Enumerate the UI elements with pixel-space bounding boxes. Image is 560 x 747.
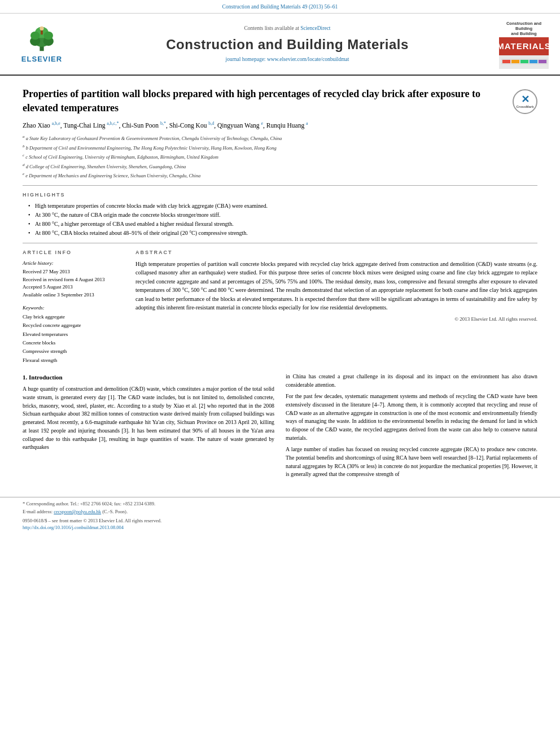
journal-homepage: journal homepage: www.elsevier.com/locat… bbox=[81, 56, 493, 63]
journal-reference-bar: Construction and Building Materials 49 (… bbox=[0, 0, 560, 14]
journal-header-center: Contents lists available at ScienceDirec… bbox=[76, 25, 499, 63]
copyright-line: © 2013 Elsevier Ltd. All rights reserved… bbox=[135, 316, 537, 323]
divider-2 bbox=[23, 243, 537, 243]
journal-header: ELSEVIER Contents lists available at Sci… bbox=[0, 14, 560, 76]
footer-issn: 0950-0618/$ – see front matter © 2013 El… bbox=[23, 518, 537, 531]
received-date: Received 27 May 2013 bbox=[23, 268, 124, 276]
abstract-label: ABSTRACT bbox=[135, 249, 537, 256]
keyword-1: Clay brick aggregate bbox=[23, 313, 124, 321]
accepted-date: Accepted 5 August 2013 bbox=[23, 283, 124, 291]
intro-col-left: 1. Introduction A huge quantity of const… bbox=[23, 373, 274, 482]
keyword-4: Concrete blocks bbox=[23, 339, 124, 347]
keywords-label: Keywords: bbox=[23, 304, 124, 312]
keyword-6: Flexural strength bbox=[23, 356, 124, 365]
cbm-logo: Construction and Building and Building M… bbox=[499, 19, 549, 69]
crossmark-label: CrossMark bbox=[516, 104, 533, 109]
intro-col-right: in China has created a great challenge i… bbox=[286, 373, 537, 482]
section-1-heading: 1. Introduction bbox=[23, 373, 274, 382]
affiliation-c: c c School of Civil Engineering, Univers… bbox=[23, 152, 537, 161]
svg-rect-13 bbox=[530, 60, 537, 63]
abstract-col: ABSTRACT High temperature properties of … bbox=[135, 249, 537, 365]
history-label: Article history: bbox=[23, 260, 124, 267]
affiliation-b: b b Department of Civil and Environmenta… bbox=[23, 143, 537, 152]
section-title: Introduction bbox=[29, 374, 63, 381]
footer-email: E-mail address: cecspoon@polyu.edu.hk (C… bbox=[23, 509, 537, 516]
homepage-url: www.elsevier.com/locate/conbuildmat bbox=[267, 56, 349, 62]
divider-1 bbox=[23, 185, 537, 186]
svg-point-7 bbox=[40, 26, 43, 30]
svg-rect-12 bbox=[520, 60, 528, 63]
available-date: Available online 3 September 2013 bbox=[23, 291, 124, 299]
highlight-item-4: At 800 °C, CBA blocks retained about 48–… bbox=[28, 229, 537, 237]
article-info-abstract-cols: ARTICLE INFO Article history: Received 2… bbox=[23, 249, 537, 365]
cbm-logo-materials: MATERIALS bbox=[499, 41, 549, 51]
svg-point-5 bbox=[30, 31, 40, 40]
svg-rect-11 bbox=[511, 60, 519, 63]
svg-point-6 bbox=[44, 31, 53, 40]
highlights-label: HIGHLIGHTS bbox=[23, 191, 537, 199]
intro-para-2: in China has created a great challenge i… bbox=[286, 373, 537, 389]
article-history: Article history: Received 27 May 2013 Re… bbox=[23, 260, 124, 299]
article-info-col: ARTICLE INFO Article history: Received 2… bbox=[23, 249, 124, 365]
intro-para-3: For the past few decades, systematic man… bbox=[286, 392, 537, 442]
cbm-logo-bottom-text: and Building bbox=[501, 31, 546, 36]
revised-date: Received in revised form 4 August 2013 bbox=[23, 276, 124, 283]
crossmark-icon: ✕ CrossMark bbox=[513, 89, 537, 114]
cbm-logo-top-text: Construction and Building bbox=[501, 21, 546, 31]
section-number: 1. bbox=[23, 374, 27, 381]
affiliation-d: d d College of Civil Engineering, Shenzh… bbox=[23, 162, 537, 171]
svg-rect-14 bbox=[539, 60, 546, 63]
highlight-item-1: High temperature properties of concrete … bbox=[28, 202, 537, 210]
crossmark-badge: ✕ CrossMark bbox=[513, 89, 537, 114]
abstract-text: High temperature properties of partition… bbox=[135, 260, 537, 312]
sciencedirect-line: Contents lists available at ScienceDirec… bbox=[81, 25, 493, 32]
intro-para-4: A large number of studies has focused on… bbox=[286, 445, 537, 479]
elsevier-name: ELSEVIER bbox=[21, 54, 62, 64]
intro-para-1: A huge quantity of construction and demo… bbox=[23, 385, 274, 452]
highlights-list: High temperature properties of concrete … bbox=[23, 202, 537, 237]
journal-reference: Construction and Building Materials 49 (… bbox=[222, 4, 338, 10]
elsevier-tree-icon bbox=[22, 24, 62, 53]
article-info-label: ARTICLE INFO bbox=[23, 249, 124, 256]
keywords-list: Clay brick aggregate Recycled concrete a… bbox=[23, 313, 124, 365]
keyword-2: Recycled concrete aggregate bbox=[23, 321, 124, 330]
main-text: 1. Introduction A huge quantity of const… bbox=[23, 373, 537, 482]
svg-rect-10 bbox=[502, 60, 510, 63]
keyword-5: Compressive strength bbox=[23, 347, 124, 356]
footer-email-link[interactable]: cecspoon@polyu.edu.hk bbox=[54, 509, 101, 514]
elsevier-logo: ELSEVIER bbox=[21, 24, 62, 64]
affiliation-a: a a State Key Laboratory of Geohazard Pr… bbox=[23, 134, 537, 142]
authors-line: Zhao Xiao a,b,e, Tung-Chai Ling a,b,c,*,… bbox=[23, 120, 537, 130]
cbm-logo-area: Construction and Building and Building M… bbox=[499, 19, 550, 69]
elsevier-logo-area: ELSEVIER bbox=[8, 24, 76, 64]
keyword-3: Elevated temperatures bbox=[23, 330, 124, 339]
intro-two-col: 1. Introduction A huge quantity of const… bbox=[23, 373, 537, 482]
highlight-item-2: At 300 °C, the nature of CBA origin made… bbox=[28, 211, 537, 219]
affiliation-e: e e Department of Mechanics and Engineer… bbox=[23, 171, 537, 180]
svg-rect-8 bbox=[41, 30, 43, 34]
cbm-logo-bar-svg bbox=[501, 56, 548, 67]
highlight-item-3: At 800 °C, a higher percentage of CBA us… bbox=[28, 220, 537, 228]
article-body: Properties of partition wall blocks prep… bbox=[0, 76, 560, 491]
highlights-section: HIGHLIGHTS High temperature properties o… bbox=[23, 191, 537, 237]
footer: * Corresponding author. Tel.: +852 2766 … bbox=[0, 497, 560, 535]
article-title: Properties of partition wall blocks prep… bbox=[23, 87, 537, 115]
footer-doi[interactable]: http://dx.doi.org/10.1016/j.conbuildmat.… bbox=[23, 525, 537, 531]
keywords-group: Keywords: Clay brick aggregate Recycled … bbox=[23, 304, 124, 365]
journal-title: Construction and Building Materials bbox=[81, 35, 493, 54]
page: Construction and Building Materials 49 (… bbox=[0, 0, 560, 535]
affiliations: a a State Key Laboratory of Geohazard Pr… bbox=[23, 134, 537, 180]
sciencedirect-link[interactable]: ScienceDirect bbox=[300, 25, 330, 31]
footer-corresponding: * Corresponding author. Tel.: +852 2766 … bbox=[23, 501, 537, 508]
